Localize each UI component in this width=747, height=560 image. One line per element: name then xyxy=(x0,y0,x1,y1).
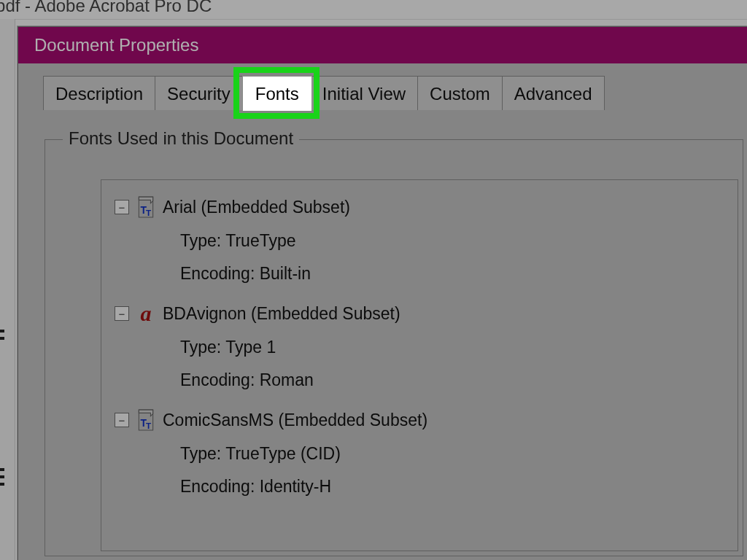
font-encoding-value: Built-in xyxy=(260,264,311,283)
font-encoding-value: Identity-H xyxy=(260,477,331,496)
tab-security[interactable]: Security xyxy=(155,76,243,110)
font-type-value: TrueType xyxy=(225,231,295,250)
font-type-value: TrueType (CID) xyxy=(225,444,341,463)
tree-collapse-icon[interactable]: − xyxy=(115,413,129,427)
font-node: − T T Arial (Embedded Subset) Ty xyxy=(115,196,724,284)
type1-font-icon: a xyxy=(136,303,155,324)
truetype-font-icon: T T xyxy=(136,409,155,431)
sidebar-line-group-2 xyxy=(0,464,13,490)
tree-collapse-icon[interactable]: − xyxy=(115,200,129,214)
sidebar-line-group-1 xyxy=(0,325,13,344)
font-name: Arial (Embedded Subset) xyxy=(163,198,350,217)
font-encoding-row: Encoding: Identity-H xyxy=(180,477,724,497)
tab-custom[interactable]: Custom xyxy=(417,76,503,110)
font-list-panel: − T T Arial (Embedded Subset) Ty xyxy=(101,179,738,551)
font-node: − T T ComicSansMS (Embedded Subset) xyxy=(115,409,724,497)
font-encoding-row: Encoding: Built-in xyxy=(180,264,724,284)
tab-description[interactable]: Description xyxy=(43,76,155,110)
tab-strip: Description Security Fonts Initial View … xyxy=(43,69,747,110)
highlight-bright-patch: Fonts xyxy=(242,76,312,111)
font-name: BDAvignon (Embedded Subset) xyxy=(163,304,400,324)
svg-text:T: T xyxy=(146,208,152,217)
font-tree: − T T Arial (Embedded Subset) Ty xyxy=(101,180,738,532)
tree-collapse-icon[interactable]: − xyxy=(115,306,129,321)
font-type-row: Type: TrueType (CID) xyxy=(180,444,724,464)
fonts-groupbox: Fonts Used in this Document − T T xyxy=(44,139,743,556)
font-name: ComicSansMS (Embedded Subset) xyxy=(163,411,427,430)
font-encoding-row: Encoding: Roman xyxy=(180,370,724,390)
font-encoding-value: Roman xyxy=(260,370,314,389)
font-type-row: Type: TrueType xyxy=(180,231,724,251)
tab-advanced[interactable]: Advanced xyxy=(502,76,605,110)
document-properties-dialog: Document Properties Description Security… xyxy=(18,26,747,560)
font-type-value: Type 1 xyxy=(225,338,276,357)
app-title: reduce.pdf - Adobe Acrobat Pro DC xyxy=(0,0,747,20)
font-type-row: Type: Type 1 xyxy=(180,338,724,357)
truetype-font-icon: T T xyxy=(136,196,155,218)
groupbox-title: Fonts Used in this Document xyxy=(63,128,299,149)
app-sidebar: rib ) xyxy=(0,19,15,560)
font-node: − a BDAvignon (Embedded Subset) Type: Ty… xyxy=(115,303,724,390)
svg-text:T: T xyxy=(146,421,152,430)
tab-initial-view[interactable]: Initial View xyxy=(310,76,418,110)
dialog-title: Document Properties xyxy=(18,27,747,63)
